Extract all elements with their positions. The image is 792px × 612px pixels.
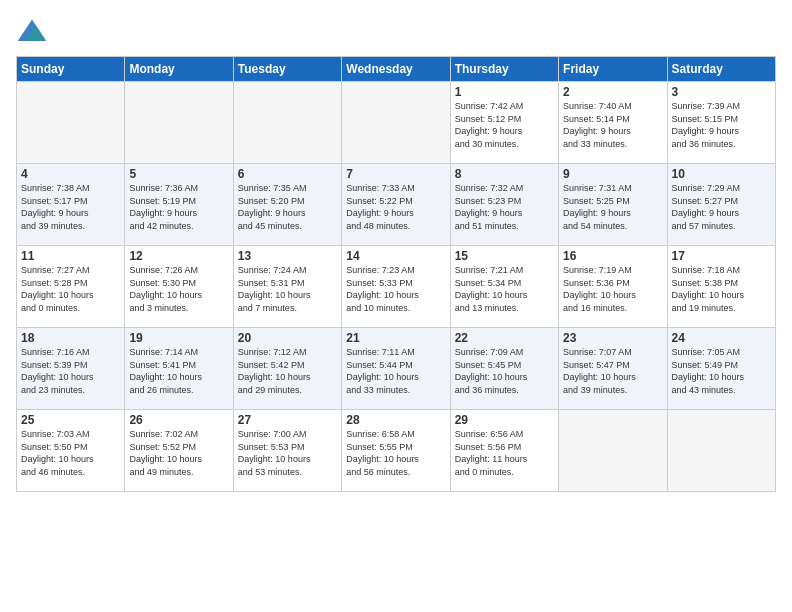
calendar-week-row: 4Sunrise: 7:38 AMSunset: 5:17 PMDaylight… [17,164,776,246]
day-info: Sunrise: 7:19 AMSunset: 5:36 PMDaylight:… [563,264,662,314]
logo [16,16,52,48]
calendar-cell [559,410,667,492]
day-info: Sunrise: 7:03 AMSunset: 5:50 PMDaylight:… [21,428,120,478]
day-info: Sunrise: 6:58 AMSunset: 5:55 PMDaylight:… [346,428,445,478]
day-info: Sunrise: 7:42 AMSunset: 5:12 PMDaylight:… [455,100,554,150]
day-number: 20 [238,331,337,345]
calendar-cell: 17Sunrise: 7:18 AMSunset: 5:38 PMDayligh… [667,246,775,328]
page: SundayMondayTuesdayWednesdayThursdayFrid… [0,0,792,612]
day-info: Sunrise: 7:27 AMSunset: 5:28 PMDaylight:… [21,264,120,314]
day-number: 12 [129,249,228,263]
day-info: Sunrise: 7:05 AMSunset: 5:49 PMDaylight:… [672,346,771,396]
calendar-cell: 20Sunrise: 7:12 AMSunset: 5:42 PMDayligh… [233,328,341,410]
day-info: Sunrise: 7:40 AMSunset: 5:14 PMDaylight:… [563,100,662,150]
calendar-cell [233,82,341,164]
weekday-header-friday: Friday [559,57,667,82]
calendar-week-row: 18Sunrise: 7:16 AMSunset: 5:39 PMDayligh… [17,328,776,410]
day-info: Sunrise: 7:18 AMSunset: 5:38 PMDaylight:… [672,264,771,314]
day-info: Sunrise: 7:26 AMSunset: 5:30 PMDaylight:… [129,264,228,314]
calendar-cell: 13Sunrise: 7:24 AMSunset: 5:31 PMDayligh… [233,246,341,328]
weekday-header-thursday: Thursday [450,57,558,82]
calendar-week-row: 25Sunrise: 7:03 AMSunset: 5:50 PMDayligh… [17,410,776,492]
day-info: Sunrise: 7:29 AMSunset: 5:27 PMDaylight:… [672,182,771,232]
calendar-week-row: 11Sunrise: 7:27 AMSunset: 5:28 PMDayligh… [17,246,776,328]
day-info: Sunrise: 7:24 AMSunset: 5:31 PMDaylight:… [238,264,337,314]
day-number: 29 [455,413,554,427]
day-number: 22 [455,331,554,345]
calendar-cell: 23Sunrise: 7:07 AMSunset: 5:47 PMDayligh… [559,328,667,410]
calendar-cell [667,410,775,492]
day-number: 15 [455,249,554,263]
day-info: Sunrise: 7:14 AMSunset: 5:41 PMDaylight:… [129,346,228,396]
calendar-cell: 29Sunrise: 6:56 AMSunset: 5:56 PMDayligh… [450,410,558,492]
day-number: 27 [238,413,337,427]
calendar-cell: 4Sunrise: 7:38 AMSunset: 5:17 PMDaylight… [17,164,125,246]
calendar-cell: 8Sunrise: 7:32 AMSunset: 5:23 PMDaylight… [450,164,558,246]
day-info: Sunrise: 7:07 AMSunset: 5:47 PMDaylight:… [563,346,662,396]
calendar-cell: 16Sunrise: 7:19 AMSunset: 5:36 PMDayligh… [559,246,667,328]
calendar-cell [342,82,450,164]
calendar-cell: 19Sunrise: 7:14 AMSunset: 5:41 PMDayligh… [125,328,233,410]
day-info: Sunrise: 7:02 AMSunset: 5:52 PMDaylight:… [129,428,228,478]
day-info: Sunrise: 7:32 AMSunset: 5:23 PMDaylight:… [455,182,554,232]
day-number: 18 [21,331,120,345]
day-number: 19 [129,331,228,345]
day-info: Sunrise: 7:23 AMSunset: 5:33 PMDaylight:… [346,264,445,314]
day-info: Sunrise: 7:33 AMSunset: 5:22 PMDaylight:… [346,182,445,232]
calendar-cell: 6Sunrise: 7:35 AMSunset: 5:20 PMDaylight… [233,164,341,246]
day-number: 7 [346,167,445,181]
calendar-cell: 9Sunrise: 7:31 AMSunset: 5:25 PMDaylight… [559,164,667,246]
calendar-cell: 2Sunrise: 7:40 AMSunset: 5:14 PMDaylight… [559,82,667,164]
day-number: 11 [21,249,120,263]
day-number: 24 [672,331,771,345]
day-info: Sunrise: 7:39 AMSunset: 5:15 PMDaylight:… [672,100,771,150]
calendar-cell: 5Sunrise: 7:36 AMSunset: 5:19 PMDaylight… [125,164,233,246]
day-info: Sunrise: 7:21 AMSunset: 5:34 PMDaylight:… [455,264,554,314]
calendar-cell: 11Sunrise: 7:27 AMSunset: 5:28 PMDayligh… [17,246,125,328]
calendar-cell [125,82,233,164]
calendar-cell: 15Sunrise: 7:21 AMSunset: 5:34 PMDayligh… [450,246,558,328]
day-number: 9 [563,167,662,181]
day-number: 17 [672,249,771,263]
day-number: 5 [129,167,228,181]
calendar-cell: 14Sunrise: 7:23 AMSunset: 5:33 PMDayligh… [342,246,450,328]
day-number: 3 [672,85,771,99]
logo-icon [16,16,48,48]
calendar-table: SundayMondayTuesdayWednesdayThursdayFrid… [16,56,776,492]
day-info: Sunrise: 7:35 AMSunset: 5:20 PMDaylight:… [238,182,337,232]
day-info: Sunrise: 7:31 AMSunset: 5:25 PMDaylight:… [563,182,662,232]
day-number: 13 [238,249,337,263]
day-number: 25 [21,413,120,427]
weekday-header-row: SundayMondayTuesdayWednesdayThursdayFrid… [17,57,776,82]
calendar-cell: 26Sunrise: 7:02 AMSunset: 5:52 PMDayligh… [125,410,233,492]
calendar-cell: 24Sunrise: 7:05 AMSunset: 5:49 PMDayligh… [667,328,775,410]
calendar-cell: 22Sunrise: 7:09 AMSunset: 5:45 PMDayligh… [450,328,558,410]
day-info: Sunrise: 7:36 AMSunset: 5:19 PMDaylight:… [129,182,228,232]
day-info: Sunrise: 7:11 AMSunset: 5:44 PMDaylight:… [346,346,445,396]
calendar-cell: 3Sunrise: 7:39 AMSunset: 5:15 PMDaylight… [667,82,775,164]
calendar-cell: 10Sunrise: 7:29 AMSunset: 5:27 PMDayligh… [667,164,775,246]
day-info: Sunrise: 7:12 AMSunset: 5:42 PMDaylight:… [238,346,337,396]
calendar-cell: 18Sunrise: 7:16 AMSunset: 5:39 PMDayligh… [17,328,125,410]
day-number: 21 [346,331,445,345]
weekday-header-tuesday: Tuesday [233,57,341,82]
day-number: 23 [563,331,662,345]
day-number: 6 [238,167,337,181]
day-info: Sunrise: 7:16 AMSunset: 5:39 PMDaylight:… [21,346,120,396]
day-number: 10 [672,167,771,181]
weekday-header-monday: Monday [125,57,233,82]
weekday-header-saturday: Saturday [667,57,775,82]
calendar-week-row: 1Sunrise: 7:42 AMSunset: 5:12 PMDaylight… [17,82,776,164]
day-number: 4 [21,167,120,181]
weekday-header-sunday: Sunday [17,57,125,82]
day-info: Sunrise: 6:56 AMSunset: 5:56 PMDaylight:… [455,428,554,478]
weekday-header-wednesday: Wednesday [342,57,450,82]
day-number: 28 [346,413,445,427]
calendar-cell: 28Sunrise: 6:58 AMSunset: 5:55 PMDayligh… [342,410,450,492]
day-number: 2 [563,85,662,99]
day-info: Sunrise: 7:00 AMSunset: 5:53 PMDaylight:… [238,428,337,478]
day-info: Sunrise: 7:09 AMSunset: 5:45 PMDaylight:… [455,346,554,396]
day-number: 26 [129,413,228,427]
day-number: 16 [563,249,662,263]
calendar-cell: 21Sunrise: 7:11 AMSunset: 5:44 PMDayligh… [342,328,450,410]
